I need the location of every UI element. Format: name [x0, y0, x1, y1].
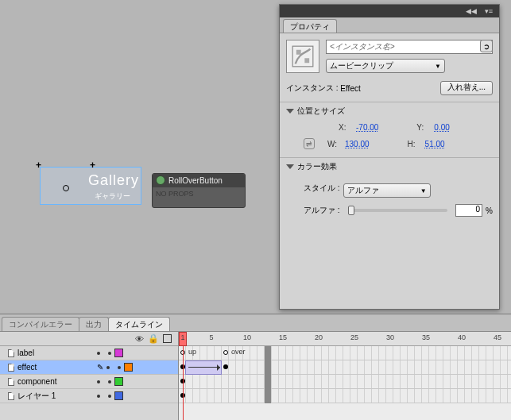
chevron-down-icon: ▼ [420, 187, 427, 195]
layer-icon [8, 378, 14, 386]
selected-instance-bbox[interactable]: + + Gallery ギャラリー [40, 167, 141, 205]
playhead-line [183, 346, 184, 420]
layer-icon [8, 349, 14, 357]
ruler-mark: 1 [180, 333, 184, 341]
movieclip-icon [286, 40, 319, 73]
twisty-icon [286, 164, 294, 169]
layer-icon [8, 392, 14, 400]
layer-name: effect [17, 363, 94, 372]
twisty-icon [286, 109, 294, 114]
ruler-mark: 45 [494, 333, 501, 341]
layer-name: label [17, 349, 94, 357]
color-style-dropdown[interactable]: アルファ ▼ [343, 183, 431, 198]
dock-tab-1[interactable]: 出力 [79, 317, 109, 331]
layer-row-component[interactable]: component [0, 375, 178, 389]
ruler-mark: 35 [422, 333, 430, 341]
ruler-mark: 5 [209, 333, 213, 341]
gallery-subtitle: ギャラリー [95, 191, 130, 202]
menu-icon[interactable]: ▾≡ [481, 7, 497, 15]
layer-row-レイヤー 1[interactable]: レイヤー 1 [0, 389, 178, 403]
layer-color-swatch[interactable] [124, 363, 133, 372]
ruler-mark: 40 [458, 333, 466, 341]
ruler-mark: 30 [386, 333, 394, 341]
swap-button[interactable]: 入れ替え... [440, 81, 493, 95]
pencil-icon: ✎ [97, 363, 103, 372]
layer-color-swatch[interactable] [114, 391, 123, 400]
symbol-type-dropdown[interactable]: ムービークリップ ▼ [326, 59, 445, 73]
layer-color-swatch[interactable] [114, 349, 123, 357]
layer-color-swatch[interactable] [114, 377, 123, 386]
properties-panel: ◀◀ ▾≡ プロパティ <インスタンス名> ➲ ムービークリップ ▼ インスタン… [279, 4, 500, 310]
section-color-effect[interactable]: カラー効果 [280, 158, 499, 175]
tab-properties[interactable]: プロパティ [283, 19, 337, 33]
ruler-mark: 25 [350, 333, 358, 341]
lock-icon[interactable]: 🔒 [149, 334, 158, 344]
rollover-props: NO PROPS [153, 187, 245, 200]
instance-value: Effect [340, 84, 360, 93]
h-value[interactable]: 51.00 [425, 140, 445, 148]
panel-header[interactable]: ◀◀ ▾≡ [280, 5, 499, 17]
layer-row-label[interactable]: label [0, 346, 178, 360]
y-value[interactable]: 0.00 [434, 123, 449, 132]
component-icon [156, 175, 165, 185]
timeline-row[interactable] [179, 360, 511, 375]
alpha-value[interactable]: 0 [455, 204, 482, 217]
timeline-row[interactable] [179, 389, 511, 403]
w-value[interactable]: 130.00 [345, 140, 370, 148]
collapse-icon[interactable]: ◀◀ [463, 7, 479, 15]
layer-name: component [17, 377, 94, 386]
layer-name: レイヤー 1 [17, 391, 94, 402]
ruler-mark: 20 [315, 333, 323, 341]
origin-marker [63, 185, 69, 191]
dock-tab-0[interactable]: コンパイルエラー [2, 317, 79, 331]
layer-row-effect[interactable]: effect ✎ [0, 360, 178, 375]
instance-label: インスタンス : [286, 83, 339, 94]
chevron-down-icon: ▼ [435, 63, 441, 70]
timeline[interactable]: 15101520253035404550 up over [179, 332, 511, 420]
x-value[interactable]: -70.00 [356, 123, 378, 132]
alpha-slider[interactable] [348, 209, 448, 212]
outline-icon[interactable] [163, 334, 172, 343]
layer-list: 👁 🔒 label effect ✎ component レイヤー 1 [0, 332, 179, 420]
rollover-title: RollOverButton [168, 176, 223, 185]
timeline-ruler[interactable]: 15101520253035404550 [179, 332, 511, 346]
timeline-row[interactable] [179, 375, 511, 389]
gallery-title: Gallery [88, 172, 139, 189]
dock-tab-2[interactable]: タイムライン [108, 317, 170, 331]
instance-help-button[interactable]: ➲ [480, 40, 493, 52]
ruler-mark: 15 [279, 333, 287, 341]
ruler-mark: 10 [243, 333, 251, 341]
timeline-row[interactable]: up over [179, 346, 511, 360]
bottom-dock: コンパイルエラー出力タイムライン 👁 🔒 label effect ✎ comp… [0, 314, 511, 420]
layer-icon [8, 364, 14, 372]
lock-aspect-button[interactable]: ⇌ [304, 138, 315, 149]
instance-name-input[interactable]: <インスタンス名> [326, 40, 493, 54]
eye-icon[interactable]: 👁 [134, 334, 144, 344]
dock-tabbar: コンパイルエラー出力タイムライン [0, 314, 511, 332]
section-position-size[interactable]: 位置とサイズ [280, 102, 499, 120]
rollover-component[interactable]: RollOverButton NO PROPS [152, 173, 246, 208]
